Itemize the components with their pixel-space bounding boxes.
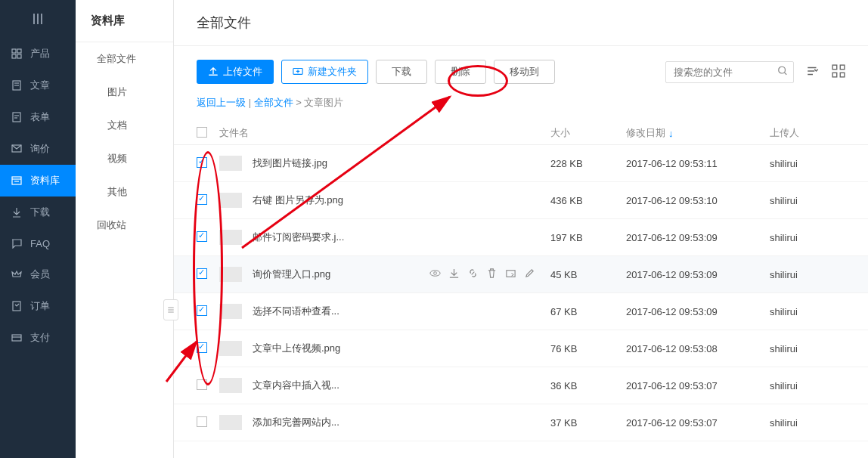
button-label: 下载 [392, 65, 411, 79]
library-icon [11, 175, 23, 187]
table-row[interactable]: 文章内容中插入视...36 KB2017-06-12 09:53:07shili… [174, 367, 868, 404]
table-header: 文件名 大小 修改日期↓ 上传人 [174, 122, 868, 145]
header-user[interactable]: 上传人 [770, 127, 799, 138]
select-all-checkbox[interactable] [197, 127, 207, 138]
row-checkbox[interactable] [197, 416, 207, 427]
sub-item[interactable]: 图片 [76, 76, 173, 109]
breadcrumb-all[interactable]: 全部文件 [254, 97, 293, 108]
nav-item-order[interactable]: 订单 [0, 290, 76, 322]
header-size[interactable]: 大小 [550, 127, 570, 138]
file-name: 找到图片链接.jpg [253, 156, 327, 170]
nav-item-inquiry[interactable]: 询价 [0, 133, 76, 165]
file-thumbnail [219, 341, 242, 356]
file-name: 添加和完善网站内... [253, 416, 339, 429]
sub-item-all-files[interactable]: 全部文件 [76, 42, 173, 76]
file-date: 2017-06-12 09:53:09 [626, 306, 770, 317]
folder-plus-icon [293, 66, 303, 79]
move-to-button[interactable]: 移动到 [494, 60, 555, 84]
nav-item-grid[interactable]: 产品 [0, 38, 76, 70]
nav-item-label: 支付 [30, 331, 50, 345]
svg-point-26 [430, 271, 440, 277]
preview-icon[interactable] [429, 268, 441, 281]
upload-icon [208, 66, 219, 79]
file-name: 右键 图片另存为.png [253, 193, 343, 207]
file-user: shilirui [770, 343, 845, 354]
search-icon[interactable] [777, 66, 788, 79]
table-row[interactable]: 右键 图片另存为.png436 KB2017-06-12 09:53:10shi… [174, 182, 868, 219]
form-icon [11, 111, 23, 123]
row-checkbox[interactable] [197, 379, 207, 390]
link-icon[interactable] [467, 268, 479, 281]
nav-item-pay[interactable]: 支付 [0, 322, 76, 354]
file-date: 2017-06-12 09:53:09 [626, 232, 770, 243]
edit-icon[interactable] [524, 268, 535, 281]
table-row[interactable]: 选择不同语种查看...67 KB2017-06-12 09:53:09shili… [174, 293, 868, 330]
svg-rect-22 [832, 65, 837, 70]
breadcrumb: 返回上一级 | 全部文件 > 文章图片 [174, 91, 868, 122]
table-row[interactable]: 找到图片链接.jpg228 KB2017-06-12 09:53:11shili… [174, 145, 868, 182]
table-row[interactable]: 邮件订阅密码要求.j...197 KB2017-06-12 09:53:09sh… [174, 219, 868, 256]
file-thumbnail [219, 267, 242, 282]
svg-rect-24 [832, 73, 837, 77]
file-size: 45 KB [550, 269, 626, 280]
grid-view-icon[interactable] [832, 64, 845, 80]
upload-button[interactable]: 上传文件 [197, 60, 274, 84]
download-button[interactable]: 下载 [376, 60, 427, 84]
file-date: 2017-06-12 09:53:09 [626, 269, 770, 280]
svg-rect-3 [17, 54, 21, 58]
main-sidebar: 产品文章表单询价资料库下载FAQ会员订单支付 [0, 0, 76, 458]
svg-rect-0 [12, 49, 16, 53]
file-user: shilirui [770, 232, 845, 243]
move-icon[interactable] [505, 268, 516, 281]
file-thumbnail [219, 193, 242, 208]
collapse-sidebar-tab[interactable] [163, 299, 178, 320]
table-row[interactable]: 文章中上传视频.png76 KB2017-06-12 09:53:08shili… [174, 330, 868, 367]
row-checkbox[interactable] [197, 305, 207, 316]
nav-item-library[interactable]: 资料库 [0, 165, 76, 197]
table-row[interactable]: 添加和完善网站内...37 KB2017-06-12 09:53:07shili… [174, 404, 868, 441]
new-folder-button[interactable]: 新建文件夹 [281, 60, 368, 84]
delete-icon[interactable] [486, 268, 498, 281]
sub-item[interactable]: 视频 [76, 142, 173, 175]
nav-item-chat[interactable]: FAQ [0, 228, 76, 258]
nav-item-crown[interactable]: 会员 [0, 258, 76, 290]
sub-item-label: 文档 [107, 119, 127, 132]
row-checkbox[interactable] [197, 231, 207, 242]
sub-item[interactable]: 文档 [76, 109, 173, 142]
nav-item-download[interactable]: 下载 [0, 197, 76, 228]
header-date[interactable]: 修改日期 [626, 126, 665, 140]
file-thumbnail [219, 156, 242, 171]
button-label: 上传文件 [223, 65, 262, 79]
file-name: 文章内容中插入视... [253, 379, 339, 392]
nav-item-label: 文章 [30, 79, 50, 92]
nav-item-doc[interactable]: 文章 [0, 70, 76, 101]
header-name[interactable]: 文件名 [219, 126, 249, 140]
breadcrumb-back[interactable]: 返回上一级 [197, 97, 246, 108]
delete-button[interactable]: 删除 [435, 60, 486, 84]
svg-rect-2 [12, 54, 16, 58]
file-thumbnail [219, 378, 242, 393]
sort-icon[interactable] [806, 64, 820, 80]
file-user: shilirui [770, 417, 845, 429]
page-title: 全部文件 [174, 0, 868, 46]
sub-item-label: 回收站 [97, 218, 126, 232]
row-checkbox[interactable] [197, 194, 207, 205]
file-size: 436 KB [550, 195, 626, 206]
row-actions [429, 268, 535, 281]
sort-down-icon: ↓ [668, 128, 674, 139]
nav-item-form[interactable]: 表单 [0, 101, 76, 133]
sub-item-trash[interactable]: 回收站 [76, 209, 173, 242]
sub-item[interactable]: 其他 [76, 175, 173, 209]
button-label: 移动到 [510, 65, 539, 79]
row-checkbox[interactable] [197, 157, 207, 168]
download-icon[interactable] [448, 268, 460, 281]
row-checkbox[interactable] [197, 342, 207, 353]
row-checkbox[interactable] [197, 268, 207, 279]
sub-item-label: 视频 [107, 152, 127, 166]
nav-item-label: 订单 [30, 299, 50, 313]
table-row[interactable]: 询价管理入口.png45 KB2017-06-12 09:53:09shilir… [174, 256, 868, 293]
search-input[interactable] [665, 61, 794, 83]
nav-item-label: 会员 [30, 268, 50, 281]
file-thumbnail [219, 230, 242, 245]
svg-point-20 [779, 67, 786, 73]
